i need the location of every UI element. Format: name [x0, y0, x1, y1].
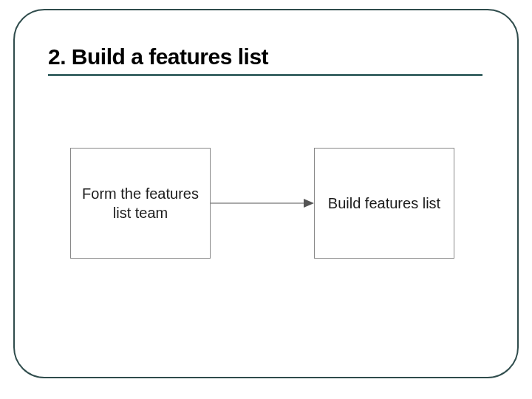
- box-label: Form the features list team: [78, 184, 202, 222]
- title-area: 2. Build a features list: [48, 44, 482, 76]
- process-box-build-list: Build features list: [314, 148, 454, 259]
- arrow-icon: [211, 198, 314, 208]
- title-underline: [48, 74, 482, 76]
- svg-marker-1: [304, 199, 314, 208]
- diagram: Form the features list team Build featur…: [70, 148, 462, 266]
- slide-title: 2. Build a features list: [48, 44, 482, 72]
- process-box-form-team: Form the features list team: [70, 148, 211, 259]
- box-label: Build features list: [328, 194, 440, 213]
